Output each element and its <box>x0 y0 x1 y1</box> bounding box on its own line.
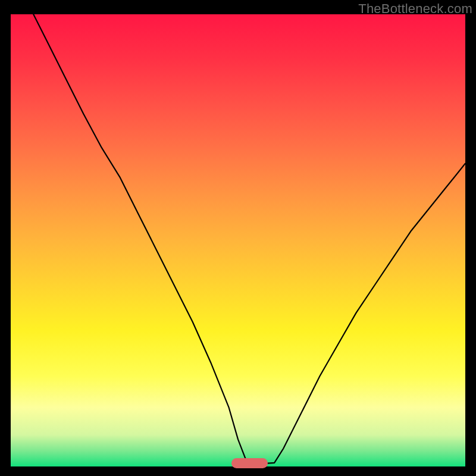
optimal-marker <box>231 458 268 468</box>
chart-frame: TheBottleneck.com <box>0 0 476 476</box>
plot-svg <box>11 14 465 466</box>
plot-background <box>11 14 465 466</box>
watermark-text: TheBottleneck.com <box>358 1 472 17</box>
